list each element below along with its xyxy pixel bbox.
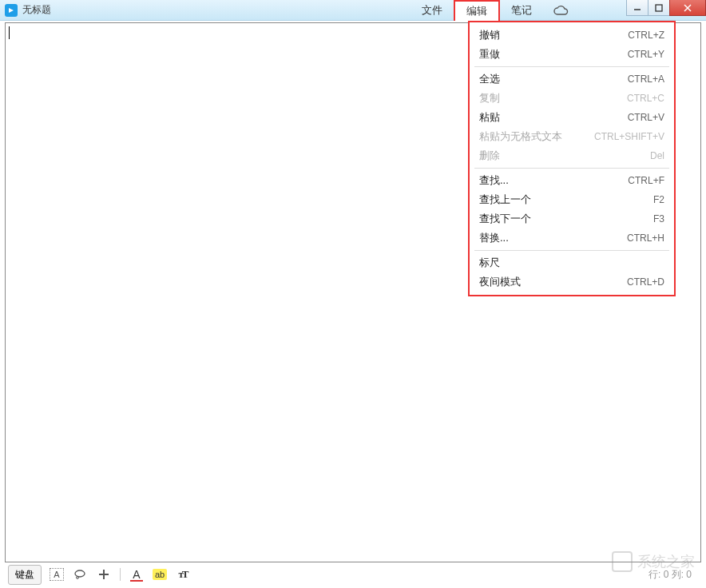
- menu-select-all-shortcut: CTRL+A: [628, 72, 664, 86]
- menu-delete: 删除 Del: [470, 146, 674, 165]
- cursor-position: 行: 0 列: 0: [648, 568, 698, 582]
- menu-paste-plain-shortcut: CTRL+SHIFT+V: [594, 129, 664, 144]
- maximize-button[interactable]: [648, 0, 670, 16]
- menu-paste-plain-label: 粘贴为无格式文本: [479, 129, 562, 144]
- svg-point-5: [77, 577, 79, 579]
- edit-dropdown: 撤销 CTRL+Z 重做 CTRL+Y 全选 CTRL+A 复制 CTRL+C …: [468, 21, 676, 296]
- menu-undo[interactable]: 撤销 CTRL+Z: [470, 26, 674, 45]
- app-window: 无标题 文件 编辑 笔记 撤销 CTRL+Z: [0, 0, 706, 588]
- menu-paste-shortcut: CTRL+V: [628, 110, 664, 125]
- font-color-icon[interactable]: A: [129, 566, 145, 582]
- separator: [120, 568, 121, 581]
- menu-find-prev-shortcut: F2: [653, 193, 664, 207]
- menu-paste[interactable]: 粘贴 CTRL+V: [470, 108, 674, 127]
- menu-replace[interactable]: 替换... CTRL+H: [470, 228, 674, 248]
- menu-replace-shortcut: CTRL+H: [627, 231, 664, 245]
- menu-redo-shortcut: CTRL+Y: [628, 47, 664, 62]
- menubar: 文件 编辑 笔记: [411, 0, 578, 21]
- menu-night-shortcut: CTRL+D: [627, 275, 664, 289]
- window-controls: [627, 0, 706, 16]
- menu-undo-label: 撤销: [479, 28, 500, 42]
- svg-point-4: [75, 570, 85, 577]
- menu-night-label: 夜间模式: [479, 275, 521, 289]
- menu-copy: 复制 CTRL+C: [470, 89, 674, 108]
- menu-find[interactable]: 查找... CTRL+F: [470, 171, 674, 190]
- menu-select-all-label: 全选: [479, 72, 500, 86]
- menu-find-shortcut: CTRL+F: [628, 173, 664, 188]
- menu-copy-shortcut: CTRL+C: [627, 91, 664, 105]
- menu-ruler-label: 标尺: [479, 256, 500, 270]
- menu-find-label: 查找...: [479, 173, 509, 188]
- menu-redo-label: 重做: [479, 47, 500, 62]
- menu-paste-plain: 粘贴为无格式文本 CTRL+SHIFT+V: [470, 127, 674, 146]
- app-icon: [5, 4, 18, 17]
- menu-undo-shortcut: CTRL+Z: [628, 28, 664, 42]
- window-title: 无标题: [22, 3, 51, 17]
- menu-separator: [474, 66, 669, 67]
- menu-replace-label: 替换...: [479, 231, 509, 245]
- menu-find-next[interactable]: 查找下一个 F3: [470, 209, 674, 228]
- menu-find-next-shortcut: F3: [653, 212, 664, 226]
- menu-paste-label: 粘贴: [479, 110, 500, 125]
- menu-night-mode[interactable]: 夜间模式 CTRL+D: [470, 272, 674, 292]
- keyboard-button[interactable]: 键盘: [8, 565, 42, 585]
- menu-redo[interactable]: 重做 CTRL+Y: [470, 45, 674, 64]
- menu-file[interactable]: 文件: [411, 0, 454, 21]
- menu-note[interactable]: 笔记: [500, 0, 543, 21]
- lasso-icon[interactable]: [72, 566, 88, 582]
- font-size-icon[interactable]: тT: [175, 566, 191, 582]
- menu-edit[interactable]: 编辑: [454, 0, 500, 21]
- menu-delete-shortcut: Del: [650, 149, 664, 163]
- highlight-icon[interactable]: ab: [153, 569, 167, 580]
- plus-icon[interactable]: [96, 566, 112, 582]
- menu-find-next-label: 查找下一个: [479, 212, 531, 226]
- menu-find-prev[interactable]: 查找上一个 F2: [470, 190, 674, 209]
- menu-ruler[interactable]: 标尺: [470, 253, 674, 272]
- menu-separator: [474, 168, 669, 169]
- cloud-icon[interactable]: [543, 0, 578, 21]
- titlebar: 无标题 文件 编辑 笔记: [0, 0, 706, 21]
- menu-separator: [474, 250, 669, 251]
- svg-rect-1: [656, 5, 662, 11]
- minimize-button[interactable]: [626, 0, 648, 16]
- menu-find-prev-label: 查找上一个: [479, 193, 531, 207]
- statusbar: 键盘 A A ab тT 行: 0 列: 0: [5, 564, 701, 585]
- text-caret: [9, 26, 10, 39]
- menu-delete-label: 删除: [479, 149, 500, 163]
- menu-copy-label: 复制: [479, 91, 500, 105]
- close-button[interactable]: [669, 0, 706, 16]
- text-tool-icon[interactable]: A: [50, 568, 64, 581]
- menu-select-all[interactable]: 全选 CTRL+A: [470, 70, 674, 89]
